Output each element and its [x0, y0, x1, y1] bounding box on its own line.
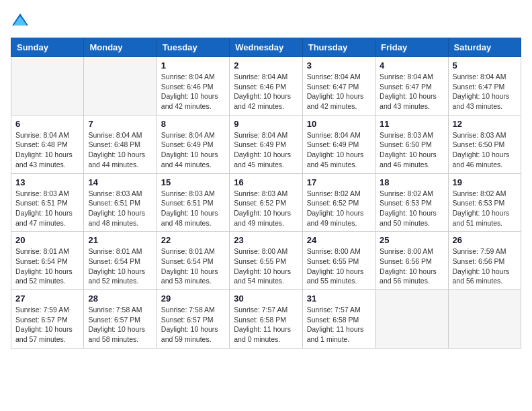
day-info: Sunrise: 8:03 AMSunset: 6:52 PMDaylight:… — [234, 189, 298, 228]
day-info: Sunrise: 8:04 AMSunset: 6:46 PMDaylight:… — [234, 72, 298, 111]
calendar-cell: 18Sunrise: 8:02 AMSunset: 6:53 PMDayligh… — [375, 173, 448, 232]
day-number: 7 — [88, 119, 152, 129]
day-number: 17 — [307, 177, 371, 187]
day-info: Sunrise: 8:00 AMSunset: 6:55 PMDaylight:… — [307, 246, 371, 286]
day-info: Sunrise: 8:01 AMSunset: 6:54 PMDaylight:… — [161, 246, 225, 286]
day-info: Sunrise: 8:04 AMSunset: 6:48 PMDaylight:… — [88, 130, 152, 170]
weekday-header-row: SundayMondayTuesdayWednesdayThursdayFrid… — [11, 38, 521, 57]
day-number: 11 — [380, 119, 443, 129]
day-number: 31 — [307, 293, 371, 304]
day-info: Sunrise: 8:04 AMSunset: 6:49 PMDaylight:… — [307, 130, 371, 170]
calendar-cell — [448, 290, 521, 349]
day-info: Sunrise: 8:04 AMSunset: 6:49 PMDaylight:… — [234, 130, 298, 170]
day-number: 1 — [161, 60, 225, 71]
day-info: Sunrise: 8:04 AMSunset: 6:48 PMDaylight:… — [15, 130, 79, 170]
calendar-cell: 30Sunrise: 7:57 AMSunset: 6:58 PMDayligh… — [230, 290, 302, 349]
calendar-cell: 23Sunrise: 8:00 AMSunset: 6:55 PMDayligh… — [230, 232, 302, 290]
day-info: Sunrise: 8:02 AMSunset: 6:53 PMDaylight:… — [380, 189, 443, 228]
calendar-cell: 16Sunrise: 8:03 AMSunset: 6:52 PMDayligh… — [230, 173, 302, 232]
page-header — [11, 11, 521, 30]
calendar-cell: 10Sunrise: 8:04 AMSunset: 6:49 PMDayligh… — [302, 115, 375, 173]
day-info: Sunrise: 8:04 AMSunset: 6:47 PMDaylight:… — [453, 72, 517, 111]
calendar-cell: 28Sunrise: 7:58 AMSunset: 6:57 PMDayligh… — [84, 290, 157, 349]
weekday-header: Thursday — [302, 38, 375, 57]
day-number: 2 — [234, 60, 298, 71]
day-number: 26 — [453, 235, 517, 245]
day-info: Sunrise: 8:00 AMSunset: 6:55 PMDaylight:… — [234, 246, 298, 286]
calendar-cell: 9Sunrise: 8:04 AMSunset: 6:49 PMDaylight… — [230, 115, 302, 173]
calendar-cell: 12Sunrise: 8:03 AMSunset: 6:50 PMDayligh… — [448, 115, 521, 173]
day-info: Sunrise: 8:02 AMSunset: 6:52 PMDaylight:… — [307, 189, 371, 228]
day-number: 21 — [88, 235, 152, 245]
day-info: Sunrise: 8:04 AMSunset: 6:47 PMDaylight:… — [307, 72, 371, 111]
day-number: 6 — [15, 119, 79, 129]
day-number: 14 — [88, 177, 152, 187]
calendar-cell: 15Sunrise: 8:03 AMSunset: 6:51 PMDayligh… — [157, 173, 229, 232]
calendar-cell: 11Sunrise: 8:03 AMSunset: 6:50 PMDayligh… — [375, 115, 448, 173]
day-number: 22 — [161, 235, 225, 245]
day-number: 19 — [453, 177, 517, 187]
day-number: 28 — [88, 293, 152, 304]
calendar-table: SundayMondayTuesdayWednesdayThursdayFrid… — [11, 38, 521, 349]
day-info: Sunrise: 7:57 AMSunset: 6:58 PMDaylight:… — [234, 305, 298, 345]
day-info: Sunrise: 8:02 AMSunset: 6:53 PMDaylight:… — [453, 189, 517, 228]
calendar-week-row: 1Sunrise: 8:04 AMSunset: 6:46 PMDaylight… — [11, 57, 521, 116]
day-number: 10 — [307, 119, 371, 129]
calendar-week-row: 27Sunrise: 7:59 AMSunset: 6:57 PMDayligh… — [11, 290, 521, 349]
day-info: Sunrise: 8:00 AMSunset: 6:56 PMDaylight:… — [380, 246, 443, 286]
day-number: 20 — [15, 235, 79, 245]
calendar-cell: 25Sunrise: 8:00 AMSunset: 6:56 PMDayligh… — [375, 232, 448, 290]
day-number: 12 — [453, 119, 517, 129]
calendar-cell: 4Sunrise: 8:04 AMSunset: 6:47 PMDaylight… — [375, 57, 448, 116]
day-number: 5 — [453, 60, 517, 71]
day-info: Sunrise: 8:04 AMSunset: 6:49 PMDaylight:… — [161, 130, 225, 170]
calendar-cell: 21Sunrise: 8:01 AMSunset: 6:54 PMDayligh… — [84, 232, 157, 290]
calendar-cell: 13Sunrise: 8:03 AMSunset: 6:51 PMDayligh… — [11, 173, 84, 232]
weekday-header: Friday — [375, 38, 448, 57]
day-number: 23 — [234, 235, 298, 245]
day-info: Sunrise: 7:59 AMSunset: 6:56 PMDaylight:… — [453, 246, 517, 286]
day-info: Sunrise: 8:03 AMSunset: 6:51 PMDaylight:… — [88, 189, 152, 228]
weekday-header: Tuesday — [157, 38, 229, 57]
calendar-cell: 14Sunrise: 8:03 AMSunset: 6:51 PMDayligh… — [84, 173, 157, 232]
calendar-cell: 5Sunrise: 8:04 AMSunset: 6:47 PMDaylight… — [448, 57, 521, 116]
calendar-cell — [11, 57, 84, 116]
day-number: 25 — [380, 235, 443, 245]
day-number: 8 — [161, 119, 225, 129]
calendar-cell — [375, 290, 448, 349]
day-number: 29 — [161, 293, 225, 304]
calendar-cell: 26Sunrise: 7:59 AMSunset: 6:56 PMDayligh… — [448, 232, 521, 290]
day-info: Sunrise: 8:04 AMSunset: 6:47 PMDaylight:… — [380, 72, 443, 111]
calendar-cell: 20Sunrise: 8:01 AMSunset: 6:54 PMDayligh… — [11, 232, 84, 290]
calendar-cell: 3Sunrise: 8:04 AMSunset: 6:47 PMDaylight… — [302, 57, 375, 116]
weekday-header: Sunday — [11, 38, 84, 57]
day-info: Sunrise: 8:01 AMSunset: 6:54 PMDaylight:… — [88, 246, 152, 286]
day-number: 15 — [161, 177, 225, 187]
logo-icon — [11, 11, 30, 30]
calendar-cell: 17Sunrise: 8:02 AMSunset: 6:52 PMDayligh… — [302, 173, 375, 232]
weekday-header: Monday — [84, 38, 157, 57]
day-info: Sunrise: 8:01 AMSunset: 6:54 PMDaylight:… — [15, 246, 79, 286]
calendar-cell: 19Sunrise: 8:02 AMSunset: 6:53 PMDayligh… — [448, 173, 521, 232]
day-number: 3 — [307, 60, 371, 71]
day-info: Sunrise: 7:57 AMSunset: 6:58 PMDaylight:… — [307, 305, 371, 345]
calendar-cell: 22Sunrise: 8:01 AMSunset: 6:54 PMDayligh… — [157, 232, 229, 290]
day-number: 24 — [307, 235, 371, 245]
calendar-cell: 6Sunrise: 8:04 AMSunset: 6:48 PMDaylight… — [11, 115, 84, 173]
calendar-cell: 7Sunrise: 8:04 AMSunset: 6:48 PMDaylight… — [84, 115, 157, 173]
day-info: Sunrise: 8:03 AMSunset: 6:50 PMDaylight:… — [453, 130, 517, 170]
day-info: Sunrise: 7:58 AMSunset: 6:57 PMDaylight:… — [88, 305, 152, 345]
day-info: Sunrise: 8:04 AMSunset: 6:46 PMDaylight:… — [161, 72, 225, 111]
day-info: Sunrise: 8:03 AMSunset: 6:51 PMDaylight:… — [161, 189, 225, 228]
calendar-week-row: 6Sunrise: 8:04 AMSunset: 6:48 PMDaylight… — [11, 115, 521, 173]
day-number: 30 — [234, 293, 298, 304]
calendar-cell: 29Sunrise: 7:58 AMSunset: 6:57 PMDayligh… — [157, 290, 229, 349]
day-number: 13 — [15, 177, 79, 187]
calendar-cell — [84, 57, 157, 116]
day-number: 18 — [380, 177, 443, 187]
day-info: Sunrise: 7:59 AMSunset: 6:57 PMDaylight:… — [15, 305, 79, 345]
calendar-week-row: 20Sunrise: 8:01 AMSunset: 6:54 PMDayligh… — [11, 232, 521, 290]
day-number: 4 — [380, 60, 443, 71]
day-number: 16 — [234, 177, 298, 187]
day-number: 27 — [15, 293, 79, 304]
